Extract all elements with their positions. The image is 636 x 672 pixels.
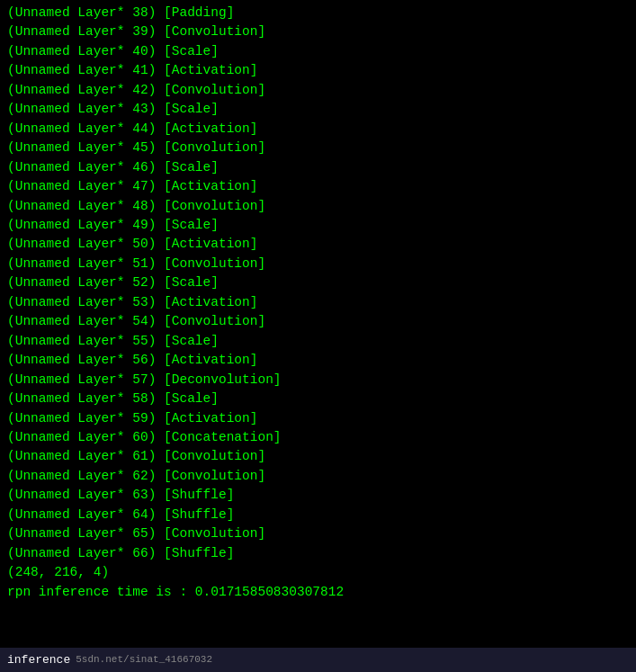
watermark-text: 5sdn.net/sinat_41667032 — [76, 652, 212, 667]
terminal-line: (Unnamed Layer* 62) [Convolution] — [7, 467, 629, 486]
status-bar: inference 5sdn.net/sinat_41667032 — [0, 648, 636, 672]
output-lines: (Unnamed Layer* 38) [Padding](Unnamed La… — [7, 4, 629, 602]
terminal-line: (Unnamed Layer* 38) [Padding] — [7, 4, 629, 22]
terminal-line: (Unnamed Layer* 64) [Shuffle] — [7, 506, 629, 524]
terminal-line: rpn inference time is : 0.01715850830307… — [7, 583, 629, 602]
terminal-line: (Unnamed Layer* 56) [Activation] — [7, 351, 629, 370]
terminal-window: (Unnamed Layer* 38) [Padding](Unnamed La… — [0, 0, 636, 672]
inference-label: inference — [7, 651, 70, 668]
terminal-line: (Unnamed Layer* 46) [Scale] — [7, 158, 629, 177]
terminal-line: (Unnamed Layer* 58) [Scale] — [7, 390, 629, 408]
terminal-line: (Unnamed Layer* 41) [Activation] — [7, 61, 629, 80]
terminal-line: (Unnamed Layer* 48) [Convolution] — [7, 197, 629, 216]
terminal-line: (Unnamed Layer* 43) [Scale] — [7, 100, 629, 119]
terminal-line: (Unnamed Layer* 61) [Convolution] — [7, 447, 629, 466]
terminal-line: (Unnamed Layer* 49) [Scale] — [7, 216, 629, 235]
terminal-line: (Unnamed Layer* 39) [Convolution] — [7, 22, 629, 41]
terminal-line: (Unnamed Layer* 52) [Scale] — [7, 273, 629, 292]
terminal-line: (Unnamed Layer* 55) [Scale] — [7, 332, 629, 351]
terminal-line: (Unnamed Layer* 59) [Activation] — [7, 409, 629, 428]
terminal-line: (Unnamed Layer* 65) [Convolution] — [7, 524, 629, 543]
terminal-line: (Unnamed Layer* 57) [Deconvolution] — [7, 371, 629, 390]
terminal-line: (Unnamed Layer* 66) [Shuffle] — [7, 544, 629, 563]
terminal-line: (Unnamed Layer* 53) [Activation] — [7, 293, 629, 312]
terminal-line: (Unnamed Layer* 40) [Scale] — [7, 42, 629, 61]
terminal-line: (Unnamed Layer* 50) [Activation] — [7, 235, 629, 254]
terminal-line: (Unnamed Layer* 45) [Convolution] — [7, 139, 629, 157]
terminal-line: (248, 216, 4) — [7, 563, 629, 582]
terminal-line: (Unnamed Layer* 51) [Convolution] — [7, 255, 629, 273]
terminal-line: (Unnamed Layer* 44) [Activation] — [7, 120, 629, 139]
terminal-line: (Unnamed Layer* 63) [Shuffle] — [7, 486, 629, 505]
terminal-line: (Unnamed Layer* 54) [Convolution] — [7, 312, 629, 331]
terminal-line: (Unnamed Layer* 60) [Concatenation] — [7, 428, 629, 447]
terminal-line: (Unnamed Layer* 42) [Convolution] — [7, 81, 629, 100]
terminal-line: (Unnamed Layer* 47) [Activation] — [7, 177, 629, 196]
